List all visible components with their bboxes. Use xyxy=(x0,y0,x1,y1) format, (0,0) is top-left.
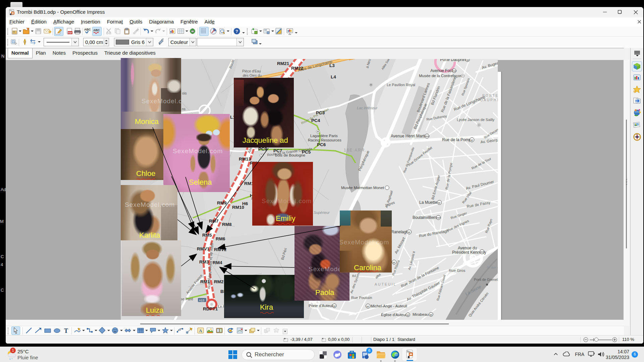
svg-text:M: M xyxy=(438,201,440,204)
svg-text:M: M xyxy=(333,305,336,308)
svg-text:RMV2: RMV2 xyxy=(214,247,227,252)
svg-text:Ranelagh: Ranelagh xyxy=(391,230,408,234)
svg-text:Michel-Ange - Auteuil: Michel-Ange - Auteuil xyxy=(371,304,407,308)
svg-text:RM10: RM10 xyxy=(232,205,244,210)
svg-text:N: N xyxy=(636,134,638,136)
svg-text:RMV1: RMV1 xyxy=(197,246,210,251)
svg-text:PC7: PC7 xyxy=(273,148,282,153)
svg-text:A13: A13 xyxy=(199,299,204,302)
svg-text:M: M xyxy=(367,305,369,308)
svg-text:A: A xyxy=(199,328,202,333)
svg-text:Porte Dauphine: Porte Dauphine xyxy=(440,59,468,62)
svg-text:T: T xyxy=(64,327,68,334)
svg-text:PC4: PC4 xyxy=(311,118,320,123)
svg-text:AUTEUIL: AUTEUIL xyxy=(375,282,396,286)
svg-text:RM8: RM8 xyxy=(222,222,232,227)
svg-text:16E ARR.: 16E ARR. xyxy=(344,148,367,153)
svg-text:des Oies du: des Oies du xyxy=(243,73,262,77)
svg-text:ns: ns xyxy=(182,107,185,111)
svg-text:La Muette: La Muette xyxy=(419,200,437,205)
svg-text:ois: ois xyxy=(182,91,186,95)
svg-text:M: M xyxy=(408,231,410,234)
svg-text:PORTE: PORTE xyxy=(482,94,498,98)
svg-text:RDPT1: RDPT1 xyxy=(203,306,218,311)
svg-text:Avenue Foch: Avenue Foch xyxy=(430,68,454,73)
svg-text:Mirabeau: Mirabeau xyxy=(413,312,429,316)
svg-text:Supérieur: Supérieur xyxy=(314,210,330,215)
svg-text:ABC: ABC xyxy=(84,28,91,31)
svg-text:M: M xyxy=(467,59,469,62)
svg-text:RM13: RM13 xyxy=(239,157,251,162)
svg-text:RM5: RM5 xyxy=(202,233,212,238)
svg-text:RM7: RM7 xyxy=(209,219,219,224)
svg-text:L3: L3 xyxy=(329,63,335,68)
svg-text:Lagardère Paris: Lagardère Paris xyxy=(310,134,338,138)
svg-text:PC3: PC3 xyxy=(316,110,325,115)
svg-text:Rue Gros: Rue Gros xyxy=(449,268,465,273)
svg-text:Église d'Auteuil: Église d'Auteuil xyxy=(381,313,407,317)
svg-text:?: ? xyxy=(235,29,238,34)
svg-text:M: M xyxy=(430,313,432,316)
svg-text:Lycée Janson de Sailly: Lycée Janson de Sailly xyxy=(457,118,495,122)
svg-text:M: M xyxy=(471,139,473,142)
svg-text:Racing Ressources: Racing Ressources xyxy=(308,138,341,142)
svg-text:Musée Marmottan Monet: Musée Marmottan Monet xyxy=(341,186,384,190)
svg-text:RM9: RM9 xyxy=(217,200,227,205)
svg-text:Avenue du: Avenue du xyxy=(458,246,477,250)
svg-text:RM1: RM1 xyxy=(200,279,210,284)
svg-text:Île aux C: Île aux C xyxy=(487,265,498,269)
svg-text:DAUPHIN: DAUPHIN xyxy=(480,98,498,102)
svg-text:Pont de Grenelle: Pont de Grenelle xyxy=(474,278,498,282)
svg-text:RM21: RM21 xyxy=(277,61,289,66)
svg-text:PC6: PC6 xyxy=(317,142,326,147)
svg-text:RM2: RM2 xyxy=(214,279,224,284)
svg-text:Avenue Henri Martin: Avenue Henri Martin xyxy=(391,134,427,138)
svg-text:RM4: RM4 xyxy=(213,260,222,265)
svg-text:M: M xyxy=(407,314,409,317)
svg-text:M: M xyxy=(393,261,395,264)
svg-text:L4: L4 xyxy=(331,74,336,79)
svg-text:RER: RER xyxy=(452,70,457,72)
svg-text:Pièce d'Eau: Pièce d'Eau xyxy=(242,69,261,73)
svg-text:Le Pavillon Royal: Le Pavillon Royal xyxy=(387,83,415,87)
svg-text:se Paré: se Paré xyxy=(180,297,193,301)
svg-text:PDF: PDF xyxy=(68,32,72,34)
svg-text:Lac Inférieur: Lac Inférieur xyxy=(357,106,378,110)
svg-text:Bd: Bd xyxy=(352,274,356,278)
svg-text:RM6: RM6 xyxy=(216,236,225,241)
svg-text:Bois de Boulogne: Bois de Boulogne xyxy=(275,153,305,157)
svg-text:RER: RER xyxy=(480,251,484,253)
svg-text:RER: RER xyxy=(425,135,429,137)
svg-text:PC5: PC5 xyxy=(302,149,311,155)
svg-text:RM22: RM22 xyxy=(291,66,303,71)
svg-text:Porte d'Auteuil: Porte d'Auteuil xyxy=(309,304,333,308)
svg-text:Rue Poussin: Rue Poussin xyxy=(351,296,372,300)
svg-text:ABC: ABC xyxy=(93,28,100,32)
svg-text:RER: RER xyxy=(437,217,441,219)
svg-text:RM3: RM3 xyxy=(199,259,209,264)
svg-text:Rue de la Pompe: Rue de la Pompe xyxy=(442,137,473,142)
svg-text:Boulainvilliers: Boulainvilliers xyxy=(413,215,437,220)
